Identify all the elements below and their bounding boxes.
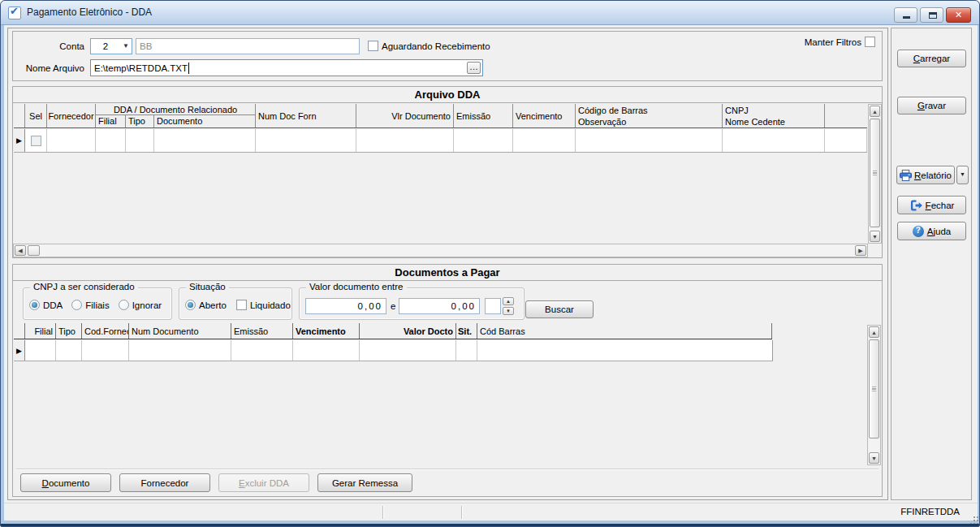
conta-descricao-field[interactable]: BB — [136, 38, 360, 54]
resize-grip[interactable] — [974, 516, 975, 518]
liquidado-checkbox[interactable] — [236, 300, 247, 310]
relatorio-dropdown-button chevron-down-icon[interactable] — [956, 166, 969, 184]
row-indicator-icon — [14, 129, 25, 152]
scroll-left-icon[interactable] — [15, 245, 26, 256]
buscar-button[interactable]: Buscar — [525, 300, 594, 318]
scroll-down-icon[interactable] — [869, 452, 879, 464]
grid-cell[interactable] — [356, 129, 454, 152]
sel-checkbox[interactable] — [31, 136, 41, 146]
grid-cell[interactable] — [25, 340, 56, 361]
grid-cell[interactable] — [56, 340, 82, 361]
vscroll-thumb[interactable] — [869, 339, 879, 438]
col-vlr-documento[interactable]: Vlr Documento — [356, 104, 454, 127]
radio-icon[interactable] — [185, 300, 196, 310]
arquivo-dda-vscrollbar[interactable] — [868, 104, 882, 244]
browse-file-button ellipsis-icon[interactable] — [467, 62, 481, 74]
table-row[interactable] — [14, 340, 773, 361]
fornecedor-button[interactable]: Fornecedor — [119, 473, 210, 492]
grid-cell[interactable] — [154, 129, 256, 152]
liquidado-checkbox-option[interactable]: Liquidado — [236, 300, 291, 310]
vscroll-thumb[interactable] — [870, 119, 880, 227]
grid-cell[interactable] — [96, 129, 126, 152]
relatorio-button[interactable]: Relatório — [896, 166, 955, 184]
valor-ate-value: 0,00 — [451, 301, 476, 311]
radio-dda[interactable]: DDA — [29, 300, 63, 310]
grid-cell[interactable] — [129, 340, 231, 361]
grid-cell[interactable] — [47, 129, 96, 152]
grid-cell[interactable] — [82, 340, 129, 361]
arquivo-dda-hscrollbar[interactable] — [13, 244, 868, 257]
valor-de-field[interactable]: 0,00 — [305, 298, 386, 314]
nome-arquivo-field[interactable]: E:\temp\RETDDA.TXT — [90, 59, 483, 76]
manter-filtros-checkbox[interactable] — [865, 37, 875, 47]
grid-cell[interactable] — [477, 340, 772, 361]
row-sel-cell[interactable] — [25, 129, 47, 152]
documentos-vscrollbar[interactable] — [867, 325, 881, 465]
scroll-up-icon[interactable] — [870, 106, 880, 117]
grid-cell[interactable] — [360, 340, 456, 361]
scroll-up-icon[interactable] — [869, 326, 879, 338]
ajuda-button[interactable]: Ajuda — [897, 222, 966, 240]
grid-cell[interactable] — [723, 129, 825, 152]
radio-aberto[interactable]: Aberto — [185, 300, 227, 310]
scroll-down-icon[interactable] — [870, 231, 880, 242]
conta-combobox[interactable]: 2 — [90, 38, 132, 54]
aguardando-recebimento-checkbox[interactable] — [368, 41, 378, 51]
grid-cell[interactable] — [454, 129, 513, 152]
col-num-documento[interactable]: Num Documento — [129, 323, 231, 339]
col-valor-docto[interactable]: Valor Docto — [360, 323, 456, 339]
col-sit[interactable]: Sit. — [456, 323, 477, 339]
col-filial[interactable]: Filial — [25, 323, 56, 339]
col-vencimento[interactable]: Vencimento — [293, 323, 360, 339]
minimize-button[interactable] — [894, 7, 917, 23]
documento-button[interactable]: Documento — [20, 473, 111, 492]
col-group-dda-documento[interactable]: DDA / Documento Relacionado Filial Tipo … — [96, 104, 256, 127]
spinner-down-icon[interactable] — [503, 307, 514, 315]
col-cod-fornec[interactable]: Cod.Fornec — [82, 323, 129, 339]
fechar-button[interactable]: Fechar — [897, 196, 966, 214]
col-emissao[interactable]: Emissão — [454, 104, 513, 127]
col-codigo-barras[interactable]: Código de Barras Observação — [576, 104, 723, 127]
title-bar[interactable]: Pagamento Eletrônico - DDA — [1, 1, 979, 25]
col-emissao[interactable]: Emissão — [231, 323, 293, 339]
excluir-dda-button[interactable]: Excluir DDA — [218, 473, 309, 492]
col-documento[interactable]: Documento — [154, 115, 256, 127]
col-fornecedor[interactable]: Fornecedor — [47, 104, 96, 127]
gravar-button[interactable]: Gravar — [897, 97, 966, 114]
maximize-button[interactable] — [920, 7, 943, 23]
grid-cell[interactable] — [256, 129, 356, 152]
relatorio-label: Relatório — [914, 171, 952, 180]
valor-ate-field[interactable]: 0,00 — [399, 298, 480, 314]
col-tipo[interactable]: Tipo — [126, 115, 154, 127]
gerar-remessa-button[interactable]: Gerar Remessa — [317, 473, 412, 492]
valor-groupbox: Valor documento entre 0,00 e 0,00 — [299, 287, 525, 320]
radio-icon[interactable] — [29, 300, 40, 310]
radio-ignorar[interactable]: Ignorar — [119, 300, 162, 310]
close-button[interactable] — [946, 7, 971, 23]
hscroll-thumb[interactable] — [28, 245, 40, 256]
radio-icon[interactable] — [119, 300, 129, 310]
carregar-button[interactable]: Carregar — [897, 50, 966, 67]
col-vencimento[interactable]: Vencimento — [513, 104, 576, 127]
grid-cell[interactable] — [576, 129, 723, 152]
radio-filiais[interactable]: Filiais — [71, 300, 109, 310]
spinner-up-icon[interactable] — [503, 297, 514, 305]
grid-cell[interactable] — [513, 129, 576, 152]
chevron-down-icon[interactable] — [120, 39, 132, 54]
app-window: Pagamento Eletrônico - DDA Conta 2 BB — [0, 0, 980, 527]
col-filial[interactable]: Filial — [96, 115, 126, 127]
col-cnpj[interactable]: CNPJ Nome Cedente — [723, 104, 825, 127]
radio-icon[interactable] — [71, 300, 82, 310]
col-num-doc-forn[interactable]: Num Doc Forn — [256, 104, 356, 127]
col-sel[interactable]: Sel — [25, 104, 47, 127]
spinner-field[interactable] — [485, 298, 501, 314]
grid-cell[interactable] — [293, 340, 360, 361]
table-row[interactable] — [14, 129, 867, 153]
grid-cell[interactable] — [456, 340, 477, 361]
col-tipo[interactable]: Tipo — [56, 323, 82, 339]
scroll-right-icon[interactable] — [855, 245, 866, 256]
col-cod-barras[interactable]: Cód Barras — [477, 323, 772, 339]
grid-cell[interactable] — [231, 340, 293, 361]
documento-label: Documento — [42, 478, 90, 488]
grid-cell[interactable] — [126, 129, 154, 152]
